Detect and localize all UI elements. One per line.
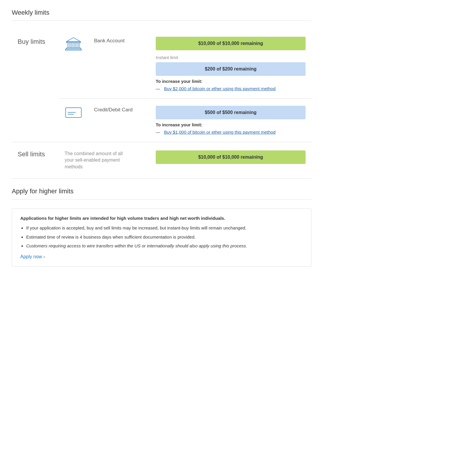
svg-rect-3 (71, 43, 72, 48)
bank-instant-bar: $200 of $200 remaining (156, 62, 306, 76)
bank-account-row: Buy limits Bank Account (12, 30, 311, 99)
sell-limits-row: Sell limits The combined amount of all y… (12, 142, 311, 179)
card-icon (59, 99, 88, 142)
apply-list: If your application is accepted, buy and… (20, 225, 303, 249)
buy-limits-label: Buy limits (12, 30, 59, 142)
apply-box: Applications for higher limits are inten… (12, 208, 311, 267)
instant-label: Instant limit (156, 55, 306, 60)
weekly-limits-title: Weekly limits (12, 9, 311, 21)
svg-rect-2 (68, 43, 69, 48)
apply-section-title: Apply for higher limits (12, 187, 311, 199)
svg-rect-8 (66, 49, 81, 50)
sell-bar: $10,000 of $10,000 remaining (156, 150, 306, 164)
sell-limits-description: The combined amount of all your sell-ena… (65, 150, 123, 170)
section-divider (12, 21, 311, 21)
sell-limits-bar-cell: $10,000 of $10,000 remaining (147, 142, 311, 179)
bank-increase-text: — Buy $2,000 of bitcoin or ether using t… (156, 86, 306, 91)
apply-bullet-2: Estimated time of review is 4 business d… (26, 234, 303, 241)
credit-weekly-bar: $500 of $500 remaining (156, 106, 306, 119)
credit-card-name: Credit/Debit Card (88, 99, 147, 142)
bank-account-limits: $10,000 of $10,000 remaining Instant lim… (147, 30, 311, 99)
apply-now-button[interactable]: Apply now › (20, 254, 45, 259)
apply-bullet-1: If your application is accepted, buy and… (26, 225, 303, 232)
credit-increase-label: To increase your limit: (156, 122, 306, 127)
apply-box-title: Applications for higher limits are inten… (20, 216, 303, 221)
apply-section: Apply for higher limits Applications for… (12, 187, 311, 267)
credit-card-limits: $500 of $500 remaining To increase your … (147, 99, 311, 142)
sell-limits-desc-cell: The combined amount of all your sell-ena… (59, 142, 147, 179)
bank-icon (59, 30, 88, 99)
apply-bullet-3: Customers requiring access to wire trans… (26, 243, 303, 249)
credit-dash: — (156, 130, 160, 135)
bank-dash: — (156, 86, 160, 91)
bank-weekly-bar: $10,000 of $10,000 remaining (156, 37, 306, 50)
svg-marker-0 (66, 38, 81, 42)
credit-increase-link[interactable]: Buy $1,000 of bitcoin or ether using thi… (164, 130, 275, 135)
bank-increase-label: To increase your limit: (156, 79, 306, 84)
bank-account-name: Bank Account (88, 30, 147, 99)
svg-rect-4 (73, 43, 75, 48)
sell-limits-label: Sell limits (12, 142, 59, 179)
svg-rect-6 (78, 43, 80, 48)
svg-rect-5 (76, 43, 77, 48)
credit-increase-text: — Buy $1,000 of bitcoin or ether using t… (156, 130, 306, 135)
apply-divider (12, 199, 311, 200)
limits-table: Buy limits Bank Account (12, 30, 311, 179)
bank-increase-link[interactable]: Buy $2,000 of bitcoin or ether using thi… (164, 86, 275, 91)
